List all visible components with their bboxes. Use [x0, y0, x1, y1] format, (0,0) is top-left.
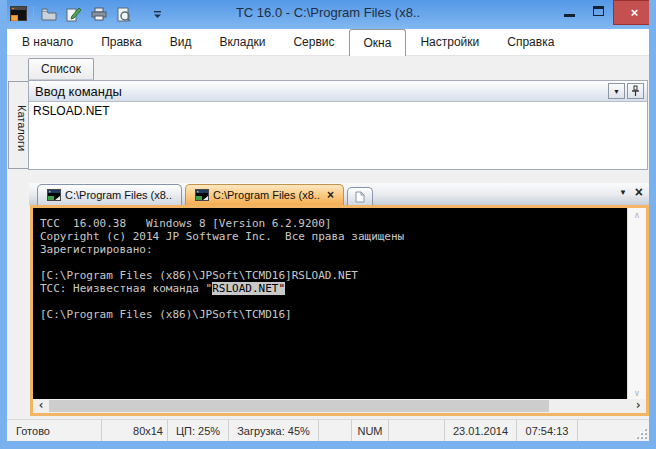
scrollbar-thumb[interactable] [49, 400, 549, 412]
window-controls: × [554, 0, 656, 25]
command-panel: Ввод команды ▼ RSLOAD.NET [28, 80, 648, 170]
menu-item-tabs[interactable]: Вкладки [205, 29, 279, 55]
new-page-icon [355, 191, 365, 203]
menu-item-service[interactable]: Сервис [279, 29, 348, 55]
status-date: 23.01.2014 [445, 420, 517, 441]
tab-close-icon[interactable]: × [327, 190, 334, 200]
close-button[interactable]: × [613, 0, 656, 25]
status-ready: Готово [7, 420, 102, 441]
menu-item-edit[interactable]: Правка [87, 29, 156, 55]
console-frame: TCC 16.00.38 Windows 8 [Version 6.2.9200… [30, 205, 649, 416]
take-command-window: TC 16.0 - C:\Program Files (x8.. × В нач… [0, 0, 656, 449]
console-line: TCC 16.00.38 Windows 8 [Version 6.2.9200… [40, 217, 646, 230]
console-prompt-line: [C:\Program Files (x86)\JPSoft\TCMD16] [40, 308, 646, 321]
status-console-size: 80x14 [102, 420, 168, 441]
pane-close-icon[interactable]: × [635, 186, 643, 198]
chevron-down-icon: ▼ [613, 88, 620, 95]
close-icon: × [631, 5, 639, 20]
horizontal-scrollbar[interactable]: ‹ › [33, 399, 646, 413]
command-dropdown-button[interactable]: ▼ [608, 83, 625, 99]
scroll-up-icon[interactable]: ∧ [628, 210, 646, 220]
selected-text: RSLOAD.NET" [212, 282, 285, 295]
maximize-icon [593, 6, 604, 16]
status-numlock: NUM [352, 420, 389, 441]
menu-item-windows[interactable]: Окна [349, 29, 407, 56]
tabstrip-buttons: ▼ × [619, 186, 643, 198]
console-line: Зарегистрировано: [40, 243, 646, 256]
window-body: Список Каталоги Ввод команды ▼ [7, 56, 649, 419]
console-icon [195, 189, 209, 201]
console-output[interactable]: TCC 16.00.38 Windows 8 [Version 6.2.9200… [33, 208, 646, 413]
command-panel-header: Ввод команды ▼ [29, 81, 647, 102]
status-filler [578, 420, 649, 441]
tab-list[interactable]: Список [28, 58, 94, 80]
status-empty-cell [319, 420, 352, 441]
console-tab-label: C:\Program Files (x8.. [65, 189, 172, 201]
status-cpu: ЦП: 25% [168, 420, 229, 441]
menu-item-home[interactable]: В начало [8, 29, 87, 55]
console-text: TCC 16.00.38 Windows 8 [Version 6.2.9200… [33, 208, 646, 321]
minimize-button[interactable] [554, 0, 584, 22]
console-line: Copyright (c) 2014 JP Software Inc. Все … [40, 230, 646, 243]
console-icon [47, 189, 61, 201]
scroll-right-icon[interactable]: › [630, 399, 646, 413]
status-load: Загрузка: 45% [229, 420, 319, 441]
status-time: 07:54:13 [517, 420, 578, 441]
status-empty-cell [389, 420, 445, 441]
console-tab-1[interactable]: C:\Program Files (x8.. [37, 184, 182, 205]
scroll-down-icon[interactable]: ∨ [628, 388, 646, 398]
new-tab-button[interactable] [347, 187, 373, 205]
console-line [40, 256, 646, 269]
console-tab-2-active[interactable]: C:\Program Files (x8.. × [185, 184, 344, 205]
minimize-icon [564, 14, 575, 17]
scroll-left-icon[interactable]: ‹ [33, 399, 49, 413]
status-bar: Готово 80x14 ЦП: 25% Загрузка: 45% NUM 2… [7, 419, 649, 441]
console-tab-label: C:\Program Files (x8.. [213, 189, 320, 201]
tab-list-dropdown-icon[interactable]: ▼ [619, 188, 627, 197]
menu-item-help[interactable]: Справка [493, 29, 568, 55]
resize-grip[interactable] [635, 427, 647, 439]
console-line [40, 295, 646, 308]
console-line: [C:\Program Files (x86)\JPSoft\TCMD16]RS… [40, 269, 646, 282]
titlebar: TC 16.0 - C:\Program Files (x8.. × [0, 0, 656, 29]
menu-item-settings[interactable]: Настройки [406, 29, 493, 55]
pin-icon [631, 85, 640, 97]
command-panel-buttons: ▼ [608, 83, 644, 99]
console-error-line: TCC: Неизвестная команда "RSLOAD.NET" [40, 282, 646, 295]
console-tabstrip: C:\Program Files (x8.. C:\Program Files … [29, 183, 649, 205]
vertical-scrollbar[interactable]: ∧ ∨ [627, 208, 646, 399]
menubar: В начало Правка Вид Вкладки Сервис Окна … [0, 29, 656, 56]
menu-item-view[interactable]: Вид [156, 29, 206, 55]
command-panel-title: Ввод команды [35, 84, 122, 99]
command-input[interactable]: RSLOAD.NET [29, 102, 647, 169]
tab-folders-vertical[interactable]: Каталоги [8, 81, 29, 169]
list-tab-row: Список [7, 56, 649, 80]
maximize-button[interactable] [584, 0, 613, 22]
pin-button[interactable] [627, 83, 644, 99]
